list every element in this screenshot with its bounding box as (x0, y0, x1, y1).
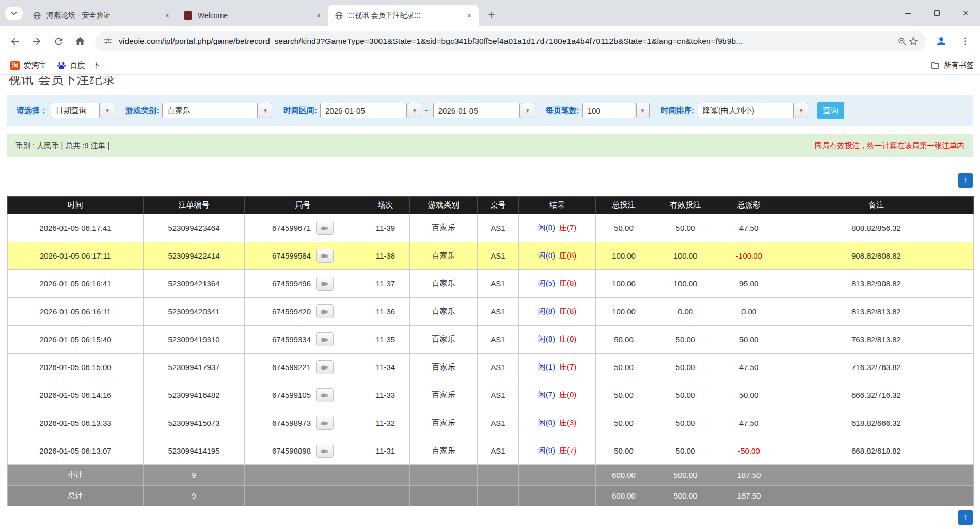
cell-time: 2026-01-05 06:15:40 (8, 326, 144, 354)
cell-payout: 47.50 (719, 409, 779, 437)
minimize-button[interactable] (893, 0, 922, 26)
cell-total-bet-link[interactable]: 50.00 (596, 354, 652, 381)
search-button[interactable]: 查询 (817, 102, 844, 119)
summary-bar: 币别 : 人民币 | 总共 :9 注单 | 同局有效投注，统一计算在该局第一张注… (7, 134, 973, 157)
cell-total-bet-link[interactable]: 50.00 (596, 409, 652, 437)
per-page-value[interactable]: 100 (582, 103, 635, 118)
cell-session: 11-33 (361, 381, 410, 409)
cell-total-bet-link[interactable]: 50.00 (596, 437, 652, 465)
new-tab-button[interactable]: + (483, 6, 500, 24)
bookmark-baidu[interactable]: 百度一下 (52, 58, 105, 72)
cell-game-type: 百家乐 (410, 298, 478, 326)
dropdown-arrow-icon[interactable]: ▾ (636, 103, 650, 118)
url-bar[interactable]: videoie.com/ipl/portal.php/game/betrecor… (95, 31, 926, 51)
bookmark-star-icon[interactable] (908, 36, 919, 47)
game-type-select[interactable]: 百家乐 ▾ (162, 103, 272, 118)
table-row: 2026-01-05 06:16:41 523099421364 6745994… (8, 270, 974, 298)
bookmarks-divider (925, 60, 925, 71)
round-no-text: 674599584 (272, 251, 311, 260)
cell-total-bet-link[interactable]: 100.00 (596, 298, 652, 326)
cell-session: 11-31 (361, 437, 410, 465)
cell-table-no: AS1 (478, 214, 519, 242)
cell-order-no: 523099423464 (144, 214, 245, 242)
page-1-button[interactable]: 1 (958, 173, 973, 188)
close-icon: × (963, 9, 968, 18)
cell-round-no: 674598898 (245, 437, 361, 465)
zoom-indicator-icon[interactable] (896, 36, 908, 47)
cell-total-bet-link[interactable]: 100.00 (596, 270, 652, 298)
summary-label: 小计 (8, 465, 144, 486)
replay-video-button[interactable] (316, 221, 334, 235)
cell-total-bet-link[interactable]: 50.00 (596, 326, 652, 354)
cell-round-no: 674599671 (245, 214, 361, 242)
reload-button[interactable] (48, 30, 69, 52)
select-type-label: 请选择： (17, 106, 48, 116)
sort-order-value[interactable]: 降冪(由大到小) (698, 103, 794, 118)
replay-video-button[interactable] (316, 332, 334, 346)
cell-round-no: 674598973 (245, 409, 361, 437)
cell-session: 11-37 (361, 270, 410, 298)
round-no-text: 674599496 (272, 279, 311, 288)
per-page-select[interactable]: 100 ▾ (582, 103, 650, 118)
cell-total-bet-link[interactable]: 50.00 (596, 214, 652, 242)
tab-welcome[interactable]: Welcome × (177, 5, 328, 26)
cell-time: 2026-01-05 06:17:11 (8, 242, 144, 270)
game-type-label: 游戏类别: (125, 106, 159, 116)
tab-bet-records-active[interactable]: :::视讯 会员下注纪录::: × (328, 5, 479, 26)
dropdown-arrow-icon[interactable]: ▾ (521, 103, 534, 118)
all-bookmarks-button[interactable]: 所有书签 (930, 60, 974, 70)
profile-avatar[interactable] (930, 30, 952, 52)
round-no-text: 674599671 (272, 223, 311, 232)
date-to-select[interactable]: 2026-01-05 ▾ (433, 103, 534, 118)
tab-haiyan-forum[interactable]: 海燕论坛 - 安全验证 × (26, 5, 177, 26)
date-range-label: 时间区间: (283, 106, 317, 116)
replay-video-button[interactable] (316, 249, 334, 263)
page-1-button[interactable]: 1 (958, 510, 973, 525)
maximize-button[interactable] (922, 0, 951, 26)
close-window-button[interactable]: × (951, 0, 980, 26)
game-type-value[interactable]: 百家乐 (162, 103, 258, 118)
date-to-value[interactable]: 2026-01-05 (433, 103, 520, 118)
replay-video-button[interactable] (316, 388, 334, 402)
player-result: 闲(0) (538, 223, 555, 232)
round-no-text: 674599334 (272, 335, 311, 344)
menu-button[interactable] (954, 30, 976, 52)
url-text[interactable]: videoie.com/ipl/portal.php/game/betrecor… (119, 37, 891, 46)
cell-order-no: 523099420341 (144, 298, 245, 326)
cell-result: 闲(9)庄(7) (519, 437, 596, 465)
tab-close-icon[interactable]: × (162, 10, 172, 21)
tab-close-icon[interactable]: × (464, 10, 475, 21)
replay-video-button[interactable] (316, 304, 334, 318)
replay-video-button[interactable] (316, 277, 334, 291)
tab-search-button[interactable] (5, 7, 23, 20)
bookmark-taobao[interactable]: 淘 爱淘宝 (5, 58, 52, 72)
forward-button[interactable] (26, 30, 48, 52)
date-from-value[interactable]: 2026-01-05 (320, 103, 407, 118)
table-row: 2026-01-05 06:15:00 523099417937 6745992… (8, 354, 974, 381)
tab-close-icon[interactable]: × (313, 10, 324, 21)
dropdown-arrow-icon[interactable]: ▾ (101, 103, 114, 118)
reload-icon (53, 36, 64, 47)
replay-video-button[interactable] (316, 360, 334, 374)
dropdown-arrow-icon[interactable]: ▾ (259, 103, 272, 118)
date-from-select[interactable]: 2026-01-05 ▾ (320, 103, 421, 118)
cell-game-type: 百家乐 (410, 326, 478, 354)
dropdown-arrow-icon[interactable]: ▾ (408, 103, 421, 118)
site-info-icon[interactable] (102, 36, 114, 47)
summary-payout: 187.50 (719, 465, 779, 486)
col-header-total-bet: 总投注 (596, 197, 652, 214)
dropdown-arrow-icon[interactable]: ▾ (795, 103, 808, 118)
cell-total-bet-link[interactable]: 100.00 (596, 242, 652, 270)
home-button[interactable] (69, 30, 91, 52)
cell-total-bet-link[interactable]: 50.00 (596, 381, 652, 409)
folder-icon (930, 61, 940, 70)
replay-video-button[interactable] (316, 416, 334, 430)
back-button[interactable] (4, 30, 26, 52)
replay-video-button[interactable] (316, 444, 334, 458)
sort-order-select[interactable]: 降冪(由大到小) ▾ (698, 103, 808, 118)
cell-result: 闲(0)庄(3) (519, 409, 596, 437)
query-type-select[interactable]: 日期查询 ▾ (51, 103, 114, 118)
video-camera-icon (321, 447, 329, 455)
query-type-value[interactable]: 日期查询 (51, 103, 100, 118)
cell-time: 2026-01-05 06:16:11 (8, 298, 144, 326)
